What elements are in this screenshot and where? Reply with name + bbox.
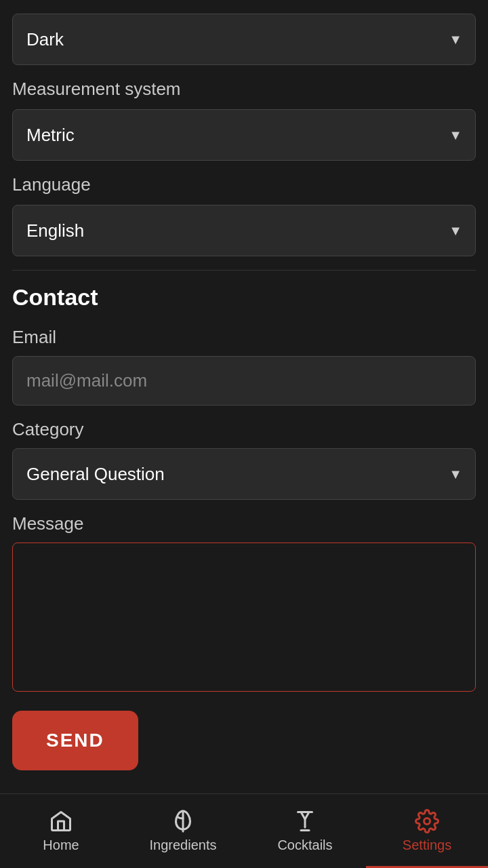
language-section-label: Language <box>12 174 476 195</box>
nav-item-home[interactable]: Home <box>0 802 122 860</box>
category-dropdown-wrapper: General Question Bug Report Feature Requ… <box>12 448 476 500</box>
nav-label-settings: Settings <box>403 837 451 853</box>
language-label-container: Language <box>12 174 476 195</box>
nav-label-cocktails: Cocktails <box>277 837 332 853</box>
cocktails-icon <box>293 809 317 833</box>
category-label: Category <box>12 419 476 440</box>
nav-label-home: Home <box>43 837 79 853</box>
email-input[interactable] <box>12 356 476 406</box>
measurement-section-label: Measurement system <box>12 79 476 100</box>
settings-icon <box>415 809 439 833</box>
svg-point-1 <box>424 818 430 825</box>
ingredients-icon <box>171 809 195 833</box>
measurement-dropdown-wrapper: Metric Imperial ▼ <box>12 109 476 161</box>
send-button[interactable]: SEND <box>12 711 138 770</box>
language-select[interactable]: English Spanish French German <box>12 205 476 256</box>
content-area: Dark Light System ▼ Measurement system M… <box>0 0 488 787</box>
home-icon <box>49 809 73 833</box>
email-label: Email <box>12 327 476 348</box>
nav-item-settings[interactable]: Settings <box>366 802 488 860</box>
message-textarea[interactable] <box>12 542 476 692</box>
theme-select[interactable]: Dark Light System <box>12 14 476 65</box>
section-divider <box>12 270 476 271</box>
nav-item-cocktails[interactable]: Cocktails <box>244 802 366 860</box>
page-container: Dark Light System ▼ Measurement system M… <box>0 0 488 868</box>
language-dropdown-wrapper: English Spanish French German ▼ <box>12 205 476 256</box>
category-select[interactable]: General Question Bug Report Feature Requ… <box>12 448 476 500</box>
message-label: Message <box>12 513 476 534</box>
nav-item-ingredients[interactable]: Ingredients <box>122 802 244 860</box>
contact-heading: Contact <box>12 284 476 311</box>
bottom-nav: Home Ingredients Cocktails Settings <box>0 793 488 868</box>
nav-label-ingredients: Ingredients <box>150 837 217 853</box>
measurement-select[interactable]: Metric Imperial <box>12 109 476 161</box>
theme-dropdown-wrapper: Dark Light System ▼ <box>12 14 476 65</box>
measurement-label: Measurement system <box>12 79 476 100</box>
